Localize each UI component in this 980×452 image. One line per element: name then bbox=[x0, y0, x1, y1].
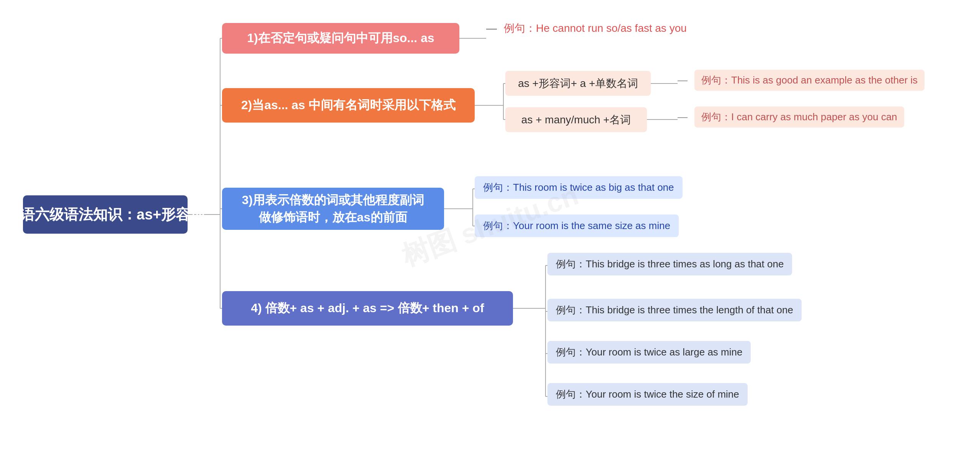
branch2-child2-example: — 例句：I can carry as much paper as you ca… bbox=[678, 106, 904, 128]
branch2-child1-node: as +形容词+ a +单数名词 bbox=[505, 71, 651, 96]
branch1-node: 1)在否定句或疑问句中可用so... as bbox=[222, 23, 459, 54]
branch2-node: 2)当as... as 中间有名词时采用以下格式 bbox=[222, 88, 475, 123]
branch2-child2-example-text: 例句：I can carry as much paper as you can bbox=[701, 111, 897, 123]
branch3-node: 3)用表示倍数的词或其他程度副词 做修饰语时，放在as的前面 bbox=[222, 188, 444, 230]
canvas: 英语六级语法知识：as+形容词 1)在否定句或疑问句中可用so... as — … bbox=[0, 0, 980, 452]
branch3-example1-box: 例句：This room is twice as big as that one bbox=[475, 176, 683, 199]
branch4-example1-container: 例句：This bridge is three times as long as… bbox=[547, 253, 792, 275]
branch2-child2-node: as + many/much +名词 bbox=[505, 107, 647, 132]
branch4-example4-box: 例句：Your room is twice the size of mine bbox=[547, 383, 748, 406]
branch4-node: 4) 倍数+ as + adj. + as => 倍数+ then + of bbox=[222, 291, 513, 326]
branch4-example1-text: 例句：This bridge is three times as long as… bbox=[556, 258, 784, 270]
branch4-example2-text: 例句：This bridge is three times the length… bbox=[556, 304, 793, 316]
branch4-example1-box: 例句：This bridge is three times as long as… bbox=[547, 253, 792, 275]
branch1-label: 1)在否定句或疑问句中可用so... as bbox=[247, 30, 434, 47]
branch4-example3-box: 例句：Your room is twice as large as mine bbox=[547, 341, 751, 364]
branch3-example2-container: 例句：Your room is the same size as mine bbox=[475, 215, 679, 237]
branch4-example3-text: 例句：Your room is twice as large as mine bbox=[556, 346, 742, 358]
branch2-child1-example: — 例句：This is as good an example as the o… bbox=[678, 70, 924, 91]
branch4-example3-container: 例句：Your room is twice as large as mine bbox=[547, 341, 751, 364]
branch4-example2-box: 例句：This bridge is three times the length… bbox=[547, 299, 802, 321]
branch2-child1-example-box: 例句：This is as good an example as the oth… bbox=[694, 70, 924, 91]
branch3-example1-text: 例句：This room is twice as big as that one bbox=[483, 182, 674, 193]
branch2-child2-example-box: 例句：I can carry as much paper as you can bbox=[694, 106, 904, 128]
branch3-example2-text: 例句：Your room is the same size as mine bbox=[483, 220, 670, 231]
branch3-example1-container: 例句：This room is twice as big as that one bbox=[475, 176, 683, 199]
branch4-example4-container: 例句：Your room is twice the size of mine bbox=[547, 383, 748, 406]
branch3-example2-box: 例句：Your room is the same size as mine bbox=[475, 215, 679, 237]
branch4-example2-container: 例句：This bridge is three times the length… bbox=[547, 299, 802, 321]
branch3-label: 3)用表示倍数的词或其他程度副词 做修饰语时，放在as的前面 bbox=[242, 192, 424, 226]
branch1-example-text: 例句：He cannot run so/as fast as you bbox=[504, 21, 687, 36]
branch2-child1-label: as +形容词+ a +单数名词 bbox=[518, 76, 638, 91]
branch2-label: 2)当as... as 中间有名词时采用以下格式 bbox=[241, 97, 456, 114]
dash1: — bbox=[678, 74, 688, 86]
branch2-child1-example-text: 例句：This is as good an example as the oth… bbox=[701, 74, 918, 86]
root-node: 英语六级语法知识：as+形容词 bbox=[23, 195, 188, 234]
dash2: — bbox=[678, 111, 688, 123]
branch4-example4-text: 例句：Your room is twice the size of mine bbox=[556, 388, 739, 400]
branch4-label: 4) 倍数+ as + adj. + as => 倍数+ then + of bbox=[251, 300, 484, 317]
branch1-example: — 例句：He cannot run so/as fast as you bbox=[486, 21, 687, 36]
branch1-dash: — bbox=[486, 22, 497, 34]
branch2-child2-label: as + many/much +名词 bbox=[521, 113, 631, 127]
